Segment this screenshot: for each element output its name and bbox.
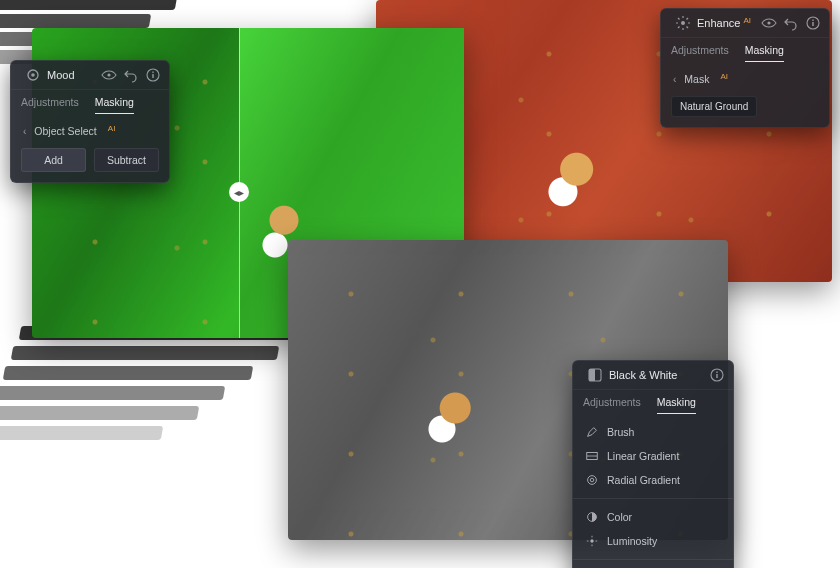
chevron-left-icon: ‹ [673,74,676,85]
svg-point-2 [107,73,110,76]
undo-icon[interactable] [123,67,139,83]
mask-row[interactable]: ‹ Mask AI [671,68,819,90]
tab-adjustments[interactable]: Adjustments [583,396,641,414]
color-row[interactable]: Color [583,505,723,529]
panel-mood: Mood Adjustments Masking ‹ Object Select… [10,60,170,183]
tab-masking[interactable]: Masking [745,44,784,62]
linear-gradient-icon [585,449,599,463]
panel-title: Black & White [609,369,677,381]
ai-badge: AI [108,124,116,133]
svg-line-13 [678,27,680,29]
info-icon[interactable] [145,67,161,83]
svg-line-11 [678,18,680,20]
luminosity-row[interactable]: Luminosity [583,529,723,553]
linear-gradient-row[interactable]: Linear Gradient [583,444,723,468]
svg-point-28 [590,539,594,543]
tab-masking[interactable]: Masking [657,396,696,414]
svg-point-26 [590,478,594,482]
svg-point-1 [31,73,35,77]
compare-handle[interactable]: ◂▸ [229,182,249,202]
add-button[interactable]: Add [21,148,86,172]
info-icon[interactable] [709,367,725,383]
svg-rect-4 [152,74,153,78]
svg-rect-17 [812,22,813,26]
subtract-button[interactable]: Subtract [94,148,159,172]
enhance-icon [675,15,691,31]
svg-rect-18 [812,20,813,21]
tab-adjustments[interactable]: Adjustments [21,96,79,114]
svg-rect-22 [716,372,717,373]
tab-adjustments[interactable]: Adjustments [671,44,729,62]
object-select-row[interactable]: ‹ Object Select AI [21,120,159,142]
info-icon[interactable] [805,15,821,31]
ai-badge: AI [720,72,728,81]
luminosity-label: Luminosity [607,535,657,547]
bw-icon [587,367,603,383]
shadow-stripes [0,326,290,476]
panel-black-white: Black & White Adjustments Masking Brush … [572,360,734,568]
luminosity-icon [585,534,599,548]
radial-gradient-icon [585,473,599,487]
ai-badge: AI [743,16,751,25]
color-label: Color [607,511,632,523]
undo-icon[interactable] [783,15,799,31]
mask-chip[interactable]: Natural Ground [671,96,757,117]
tab-masking[interactable]: Masking [95,96,134,114]
panel-enhance: Enhance AI Adjustments Masking ‹ Mask AI… [660,8,830,128]
color-icon [585,510,599,524]
svg-point-15 [767,21,770,24]
svg-line-14 [687,18,689,20]
brush-icon [585,425,599,439]
brush-row[interactable]: Brush [583,420,723,444]
mask-label: Mask [684,73,709,85]
radial-gradient-label: Radial Gradient [607,474,680,486]
brush-label: Brush [607,426,634,438]
chevron-left-icon: ‹ [23,126,26,137]
svg-rect-21 [716,374,717,378]
panel-title: Mood [47,69,75,81]
eye-icon[interactable] [101,67,117,83]
object-select-label: Object Select [34,125,96,137]
linear-gradient-label: Linear Gradient [607,450,679,462]
svg-point-6 [681,21,685,25]
svg-point-25 [588,476,597,485]
radial-gradient-row[interactable]: Radial Gradient [583,468,723,492]
panel-title: Enhance [697,17,740,29]
mood-icon [25,67,41,83]
eye-icon[interactable] [761,15,777,31]
svg-line-12 [687,27,689,29]
svg-rect-5 [152,72,153,73]
